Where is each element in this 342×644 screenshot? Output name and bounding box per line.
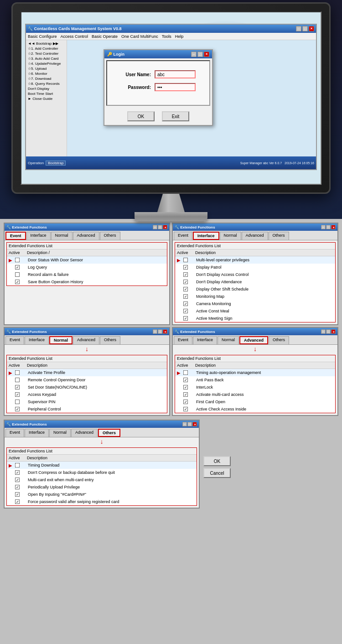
tab-event-5[interactable]: Event bbox=[5, 429, 24, 437]
maximize-button[interactable]: □ bbox=[302, 26, 308, 31]
menu-one-card[interactable]: One Card MultiFunc bbox=[121, 34, 158, 39]
row-checkbox[interactable] bbox=[15, 478, 20, 482]
row-checkbox[interactable] bbox=[183, 301, 188, 306]
p4-minimize[interactable]: ─ bbox=[321, 329, 326, 334]
sidebar-add-controller[interactable]: ☆1. Add Controller bbox=[27, 46, 66, 51]
tab-advanced-4[interactable]: Advanced bbox=[239, 336, 268, 344]
row-checkbox[interactable] bbox=[15, 392, 20, 397]
tab-interface-1[interactable]: Interface bbox=[26, 232, 51, 240]
menu-help[interactable]: Help bbox=[175, 34, 184, 39]
dialog-ok-button[interactable]: OK bbox=[127, 111, 155, 121]
tab-others-4[interactable]: Others bbox=[269, 336, 289, 344]
sidebar-close-guide[interactable]: ► Close Guide bbox=[27, 96, 66, 101]
row-checkbox[interactable] bbox=[15, 265, 20, 270]
dialog-maximize-btn[interactable]: □ bbox=[197, 52, 203, 57]
tab-others-5[interactable]: Others bbox=[98, 429, 120, 437]
tab-interface-5[interactable]: Interface bbox=[25, 429, 49, 437]
p4-close[interactable]: ✕ bbox=[331, 329, 336, 334]
tab-advanced-5[interactable]: Advanced bbox=[71, 429, 98, 437]
p3-maximize[interactable]: □ bbox=[158, 329, 162, 334]
dialog-close-btn[interactable]: ✕ bbox=[204, 52, 209, 57]
menu-access-control[interactable]: Access Control bbox=[61, 34, 88, 39]
taskbar-operation-tab[interactable]: Operation bbox=[26, 161, 46, 165]
row-checkbox[interactable] bbox=[15, 470, 20, 475]
row-checkbox[interactable] bbox=[183, 400, 188, 404]
tab-advanced-2[interactable]: Advanced bbox=[242, 232, 268, 240]
ok-button[interactable]: OK bbox=[203, 456, 231, 466]
tab-others-2[interactable]: Others bbox=[269, 232, 289, 240]
row-checkbox[interactable] bbox=[183, 280, 188, 284]
sidebar-auto-add[interactable]: ☆3. Auto Add Card bbox=[27, 56, 66, 61]
sidebar-monitor[interactable]: ☆6. Monitor bbox=[27, 71, 66, 76]
row-checkbox[interactable] bbox=[15, 272, 20, 277]
row-checkbox[interactable] bbox=[15, 370, 20, 375]
tab-normal-3[interactable]: Normal bbox=[49, 336, 73, 344]
sidebar-boot-time[interactable]: Boot Time Start bbox=[27, 91, 66, 96]
row-checkbox[interactable] bbox=[15, 492, 20, 497]
row-checkbox[interactable] bbox=[15, 385, 20, 390]
row-checkbox[interactable] bbox=[15, 499, 20, 504]
row-checkbox[interactable] bbox=[183, 378, 188, 382]
p1-minimize[interactable]: ─ bbox=[153, 225, 157, 229]
row-checkbox[interactable] bbox=[15, 463, 20, 467]
row-checkbox[interactable] bbox=[183, 407, 188, 411]
tab-interface-2[interactable]: Interface bbox=[193, 232, 219, 240]
sidebar-update-priv[interactable]: ☆4. UpdatePrivilege bbox=[27, 61, 66, 66]
minimize-button[interactable]: ─ bbox=[296, 26, 301, 31]
row-checkbox[interactable] bbox=[15, 400, 20, 404]
p5-close[interactable]: ✕ bbox=[192, 422, 197, 426]
p2-minimize[interactable]: ─ bbox=[321, 225, 326, 229]
tab-advanced-1[interactable]: Advanced bbox=[73, 232, 99, 240]
row-checkbox[interactable] bbox=[183, 258, 188, 262]
row-checkbox[interactable] bbox=[183, 392, 188, 397]
menu-basic-configure[interactable]: Basic Configure bbox=[28, 34, 57, 39]
tab-normal-2[interactable]: Normal bbox=[220, 232, 241, 240]
p1-maximize[interactable]: □ bbox=[158, 225, 162, 229]
menu-tools[interactable]: Tools bbox=[162, 34, 171, 39]
row-checkbox[interactable] bbox=[15, 378, 20, 382]
tab-event-4[interactable]: Event bbox=[174, 336, 192, 344]
row-checkbox[interactable] bbox=[15, 280, 20, 284]
cancel-button[interactable]: Cancel bbox=[203, 468, 231, 478]
row-checkbox[interactable] bbox=[15, 485, 20, 489]
close-button[interactable]: ✕ bbox=[309, 26, 314, 31]
p5-minimize[interactable]: ─ bbox=[182, 422, 187, 426]
username-input[interactable] bbox=[155, 70, 196, 78]
p2-maximize[interactable]: □ bbox=[326, 225, 331, 229]
row-checkbox[interactable] bbox=[183, 272, 188, 277]
sidebar-upload[interactable]: ☆5. Upload bbox=[27, 66, 66, 71]
tab-event-1[interactable]: Event bbox=[5, 232, 26, 240]
row-checkbox[interactable] bbox=[15, 407, 20, 411]
p1-close[interactable]: ✕ bbox=[163, 225, 167, 229]
tab-normal-1[interactable]: Normal bbox=[51, 232, 73, 240]
tab-event-2[interactable]: Event bbox=[174, 232, 192, 240]
p2-close[interactable]: ✕ bbox=[331, 225, 336, 229]
sidebar-dont-display[interactable]: Don't Display bbox=[27, 86, 66, 91]
row-checkbox[interactable] bbox=[183, 287, 188, 291]
tab-others-1[interactable]: Others bbox=[100, 232, 120, 240]
row-checkbox[interactable] bbox=[183, 265, 188, 270]
row-checkbox[interactable] bbox=[183, 294, 188, 299]
sidebar-bootstrap[interactable]: ◄◄ Bootstrap ▶▶ bbox=[27, 41, 66, 46]
sidebar-test-controller[interactable]: ☆2. Test Controller bbox=[27, 51, 66, 56]
tab-event-3[interactable]: Event bbox=[5, 336, 24, 344]
menu-basic-operate[interactable]: Basic Operate bbox=[92, 34, 118, 39]
dialog-minimize-btn[interactable]: ─ bbox=[191, 52, 197, 57]
p3-close[interactable]: ✕ bbox=[163, 329, 167, 334]
p3-minimize[interactable]: ─ bbox=[153, 329, 157, 334]
row-checkbox[interactable] bbox=[15, 258, 20, 262]
taskbar-bootstrap-tab[interactable]: Bootstrap bbox=[46, 161, 66, 166]
row-checkbox[interactable] bbox=[183, 316, 188, 321]
tab-normal-4[interactable]: Normal bbox=[218, 336, 239, 344]
tab-normal-5[interactable]: Normal bbox=[49, 429, 71, 437]
dialog-exit-button[interactable]: Exit bbox=[162, 111, 189, 121]
tab-others-3[interactable]: Others bbox=[100, 336, 120, 344]
tab-advanced-3[interactable]: Advanced bbox=[73, 336, 99, 344]
sidebar-query[interactable]: ☆8. Query Records bbox=[27, 81, 66, 86]
sidebar-download[interactable]: ☆7. Download bbox=[27, 76, 66, 81]
tab-interface-4[interactable]: Interface bbox=[193, 336, 217, 344]
tab-interface-3[interactable]: Interface bbox=[25, 336, 49, 344]
password-input[interactable] bbox=[155, 83, 196, 91]
p5-maximize[interactable]: □ bbox=[187, 422, 192, 426]
p4-maximize[interactable]: □ bbox=[326, 329, 331, 334]
